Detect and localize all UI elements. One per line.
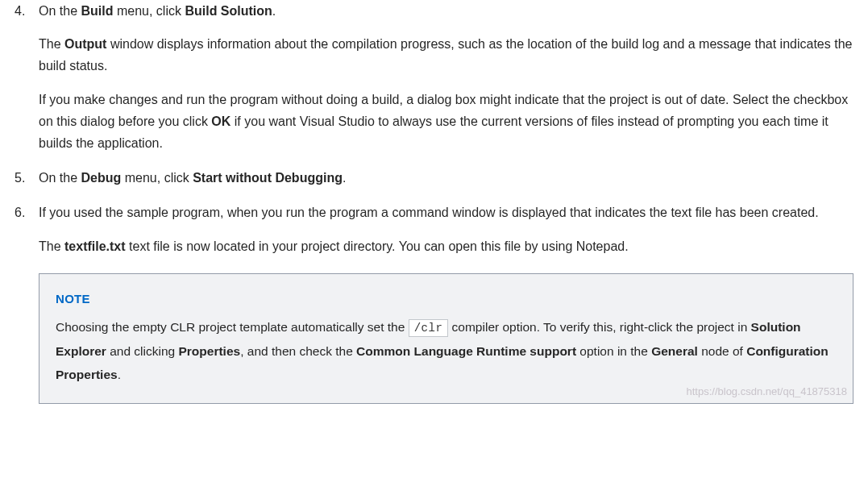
bold-text: Properties: [179, 344, 241, 358]
step-5: 5. On the Debug menu, click Start withou…: [15, 167, 853, 189]
step-number: 5.: [15, 167, 25, 189]
step-6: 6. If you used the sample program, when …: [15, 202, 853, 403]
note-body: Choosing the empty CLR project template …: [56, 315, 837, 386]
step-4: 4. On the Build menu, click Build Soluti…: [15, 0, 853, 154]
note-callout: NOTE Choosing the empty CLR project temp…: [39, 273, 853, 404]
inline-code: /clr: [409, 319, 449, 337]
step-number: 4.: [15, 0, 25, 22]
step-number: 6.: [15, 202, 25, 223]
bold-text: Build Solution: [185, 4, 272, 18]
bold-text: Build: [81, 4, 113, 18]
step-list: 4. On the Build menu, click Build Soluti…: [15, 0, 853, 404]
bold-text: OK: [211, 114, 230, 128]
note-title: NOTE: [56, 289, 837, 310]
note-box: NOTE Choosing the empty CLR project temp…: [39, 273, 853, 404]
step-paragraph: On the Debug menu, click Start without D…: [39, 167, 853, 189]
bold-text: General: [651, 344, 698, 358]
bold-text: textfile.txt: [64, 239, 126, 253]
step-paragraph: If you used the sample program, when you…: [39, 202, 853, 223]
bold-text: Start without Debugging: [193, 171, 343, 185]
step-paragraph: On the Build menu, click Build Solution.: [39, 0, 853, 22]
step-paragraph: The textfile.txt text file is now locate…: [39, 235, 853, 257]
bold-text: Common Language Runtime support: [356, 344, 576, 358]
step-paragraph: The Output window displays information a…: [39, 33, 853, 77]
bold-text: Debug: [81, 171, 121, 185]
bold-text: Output: [64, 37, 106, 51]
step-paragraph: If you make changes and run the program …: [39, 89, 853, 155]
